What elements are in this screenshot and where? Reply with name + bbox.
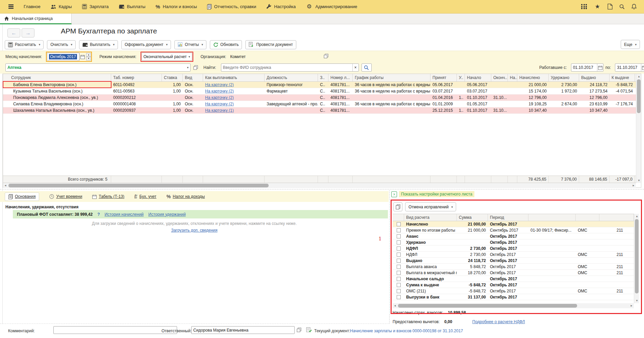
cell[interactable] <box>491 82 508 88</box>
tab-accounting[interactable]: ДтКт Бух. учет <box>134 194 156 199</box>
cell[interactable] <box>457 88 465 94</box>
cell[interactable]: 4081781... <box>328 107 353 113</box>
cell[interactable]: 211 <box>599 227 634 233</box>
clear-search-icon[interactable]: × <box>352 64 358 71</box>
cell[interactable]: 01.10.2017 <box>465 95 491 101</box>
column-header[interactable]: Оконч... <box>491 74 508 81</box>
cell[interactable] <box>528 264 576 269</box>
checkbox[interactable] <box>397 253 401 257</box>
payslip-row[interactable]: Выдано24 118,72Октябрь 2017 <box>393 258 634 264</box>
column-header[interactable]: Период <box>488 214 528 221</box>
cell[interactable]: -4 071,54 <box>610 88 635 94</box>
month-spinner[interactable]: ▴▾ <box>86 53 91 60</box>
cell[interactable]: 01.04.2016 <box>430 95 457 101</box>
history-deductions-link[interactable]: История удержаний <box>148 212 186 217</box>
cell[interactable] <box>457 239 488 245</box>
vertical-splitter[interactable] <box>389 190 390 323</box>
cell[interactable]: Выдано <box>404 258 457 263</box>
cell[interactable]: -5 848,72 <box>610 82 635 88</box>
cell[interactable]: Октябрь 2017 <box>488 258 528 263</box>
cell[interactable] <box>528 282 576 288</box>
cell[interactable]: НДФЛ <box>404 252 457 257</box>
column-header[interactable]: Удержано <box>549 74 579 81</box>
cell[interactable]: 4081781... <box>328 101 353 107</box>
cell[interactable] <box>528 245 576 251</box>
payslip-row[interactable]: Выплата аванса5 848,72Октябрь 2017ОМС211 <box>393 264 634 270</box>
pay-method-link[interactable]: На карточку (1) <box>205 108 234 113</box>
employee-row-terminated[interactable]: Пономарева Людмила Алексеевна (осн., ув.… <box>3 95 636 101</box>
checkbox[interactable] <box>397 289 401 293</box>
cell[interactable]: 211 <box>599 288 634 294</box>
checkbox[interactable] <box>397 283 401 287</box>
employee-row-terminated[interactable]: Шахалиева Наталья Васильевна (осн., ув.)… <box>3 107 636 114</box>
cell[interactable]: 6011-00492 <box>111 82 162 88</box>
cell[interactable]: 1.. <box>457 95 465 101</box>
cell[interactable]: 03.07.2017 <box>430 88 457 94</box>
scroll-down-icon[interactable]: ▼ <box>636 299 638 302</box>
column-header[interactable]: Таб. номер <box>111 74 162 81</box>
cell[interactable]: 10 347,40 <box>579 107 610 113</box>
cell[interactable]: 05.06.2017 <box>430 82 457 88</box>
expand-field-icon[interactable] <box>193 65 198 70</box>
cell[interactable]: -5 848,72 <box>457 282 488 288</box>
cell[interactable] <box>610 107 635 113</box>
cell[interactable]: Аванс <box>404 233 457 239</box>
cell[interactable]: ОМС <box>576 227 599 233</box>
cell[interactable] <box>528 233 576 239</box>
search-button[interactable] <box>362 63 372 72</box>
cell[interactable] <box>599 282 634 288</box>
cell[interactable]: Начальное сальдо <box>404 276 457 282</box>
cell[interactable] <box>457 276 488 282</box>
cell[interactable] <box>457 82 465 88</box>
cell[interactable] <box>508 88 517 94</box>
cell[interactable]: С.. <box>318 107 328 113</box>
scrollbar-thumb[interactable] <box>637 79 641 113</box>
toggle-settings-icon[interactable]: › <box>391 191 397 197</box>
cell[interactable]: Октябрь 2017 <box>488 294 528 300</box>
accrual-mode-select[interactable]: Окончательный расчет ▾ <box>142 53 192 61</box>
payslip-row[interactable]: Выплата в межрасчетный пе...18 270,00Окт… <box>393 270 634 276</box>
menu-item-payouts[interactable]: Выплаты <box>114 0 151 13</box>
cell[interactable]: 2 730,00 <box>457 252 488 257</box>
cell[interactable]: 1 972,00 <box>549 88 579 94</box>
cell[interactable]: ОМС <box>576 264 599 269</box>
cell[interactable]: 0000200937 <box>111 107 162 113</box>
cell[interactable]: 19 108,25 <box>517 101 549 107</box>
cell[interactable] <box>549 107 579 113</box>
cell[interactable]: 211 <box>599 264 634 269</box>
copy-button[interactable] <box>393 202 402 211</box>
cell[interactable]: Октябрь 2017 <box>488 282 528 288</box>
cell[interactable]: Октябрь 2017 <box>488 252 528 257</box>
cell[interactable]: 05.06.2017 <box>465 82 491 88</box>
column-header[interactable]: Начало <box>465 74 491 81</box>
menu-item-main[interactable]: Главное <box>19 0 46 13</box>
cell[interactable]: 17 273,54 <box>579 88 610 94</box>
column-header[interactable]: Принят <box>430 74 457 81</box>
column-header[interactable]: Сумма <box>457 214 488 221</box>
scroll-right-icon[interactable]: ► <box>632 184 635 187</box>
calendar-icon[interactable] <box>597 64 603 71</box>
cell[interactable] <box>576 294 599 300</box>
cell[interactable]: 21 000,00 <box>517 82 549 88</box>
cell[interactable]: 6011-00563 <box>111 88 162 94</box>
cell[interactable]: Фармацевт <box>265 88 318 94</box>
cell[interactable]: Октябрь 2017 <box>488 270 528 276</box>
scrollbar-thumb[interactable] <box>398 304 577 308</box>
cell[interactable] <box>610 95 635 101</box>
cell[interactable] <box>576 239 599 245</box>
cell[interactable] <box>508 101 517 107</box>
comment-input[interactable] <box>53 326 177 334</box>
cell[interactable]: С.. <box>318 88 328 94</box>
cell[interactable]: ОМС <box>576 270 599 276</box>
scroll-up-icon[interactable]: ▲ <box>638 75 640 78</box>
checkbox[interactable] <box>397 259 401 263</box>
hamburger-menu-button[interactable] <box>3 0 19 13</box>
cell[interactable]: 31.10... <box>491 95 508 101</box>
cell[interactable]: Удержано <box>404 239 457 245</box>
cell[interactable]: Сумма к выдаче <box>404 282 457 288</box>
cell[interactable]: 5 848,72 <box>457 264 488 269</box>
checkbox[interactable] <box>397 240 401 244</box>
cell[interactable]: 0000001408 <box>111 101 162 107</box>
pay-method-link[interactable]: На карточку (2) <box>205 82 234 87</box>
cell[interactable]: 24 118,72 <box>579 82 610 88</box>
